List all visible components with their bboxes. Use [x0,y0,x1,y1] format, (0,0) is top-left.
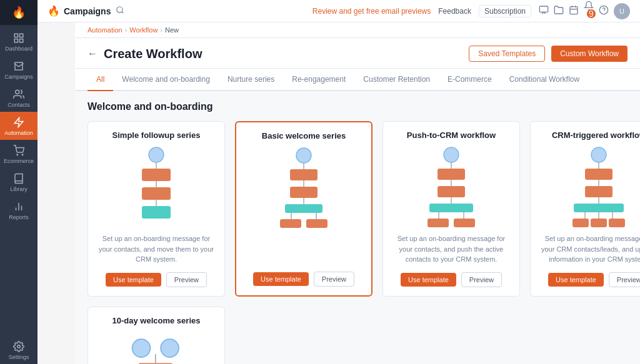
svg-rect-43 [438,186,465,197]
tabs-bar: All Welcome and on-boarding Nurture seri… [75,69,640,91]
svg-rect-41 [438,169,465,180]
topbar-icons: 9 U [539,1,630,21]
tab-retention[interactable]: Customer Retention [354,69,439,91]
breadcrumb-sep2: › [160,26,162,34]
help-icon[interactable] [599,5,609,17]
page-header-left: ← Create Workflow [88,47,202,61]
cards-row-2: 10-day welcome series [88,307,628,365]
bell-icon[interactable]: 9 [584,1,594,21]
mail-nav-icon[interactable] [539,5,549,17]
tab-nurture[interactable]: Nurture series [219,69,283,91]
card-10day-welcome[interactable]: 10-day welcome series [88,307,225,365]
tab-ecommerce[interactable]: E-Commerce [439,69,501,91]
calendar-icon[interactable] [569,5,579,17]
sidebar-item-dashboard[interactable]: Dashboard [0,27,38,56]
preview-button[interactable]: Preview [609,272,640,287]
card-crm-triggered[interactable]: CRM-triggered workflow [530,121,640,297]
card-push-to-crm[interactable]: Push-to-CRM workflow [382,121,520,297]
folder-icon[interactable] [554,5,564,17]
breadcrumb-workflow[interactable]: Workflow [129,26,158,34]
preview-button[interactable]: Preview [166,272,207,287]
mail-icon [13,61,24,72]
use-template-button[interactable]: Use template [106,273,161,287]
sidebar-item-campaigns[interactable]: Campaigns [0,56,38,84]
subscription-btn[interactable]: Subscription [479,5,531,17]
card-title: CRM-triggered workflow [552,130,640,140]
tab-welcome[interactable]: Welcome and on-boarding [113,69,219,91]
tab-reengagement[interactable]: Re-engagement [283,69,354,91]
grid-icon [13,32,24,44]
section-title: Welcome and on-boarding [88,101,628,112]
use-template-button[interactable]: Use template [401,273,456,287]
back-button[interactable]: ← [88,48,98,59]
sidebar-bottom: Settings [0,336,38,364]
card-desc: Set up an on-boarding message for your c… [392,234,511,265]
book-icon [13,173,24,184]
sidebar-item-contacts[interactable]: Contacts [0,84,38,112]
svg-rect-52 [585,169,612,180]
sidebar-item-label: Settings [9,354,29,360]
card-diagram [97,146,216,227]
feedback-btn[interactable]: Feedback [438,7,471,16]
review-link[interactable]: Review and get free email previews [312,7,431,16]
sidebar-item-ecommerce[interactable]: Ecommerce [0,140,38,168]
barchart-icon [13,201,24,212]
avatar[interactable]: U [614,3,630,19]
svg-point-4 [16,90,19,94]
use-template-button[interactable]: Use template [548,273,604,287]
custom-workflow-button[interactable]: Custom Workflow [551,46,628,62]
svg-marker-5 [14,118,23,127]
svg-point-64 [161,339,179,357]
sidebar-item-settings[interactable]: Settings [0,336,38,364]
svg-point-6 [17,154,18,155]
main-content: Automation › Workflow › New ← Create Wor… [75,22,640,364]
preview-button[interactable]: Preview [461,272,502,287]
brand-name: Campaigns [64,6,111,16]
sidebar-item-reports[interactable]: Reports [0,196,38,224]
svg-rect-45 [429,204,473,212]
svg-rect-38 [306,219,328,228]
tab-all[interactable]: All [88,69,113,91]
card-actions: Use template Preview [106,272,207,287]
svg-line-13 [122,12,124,14]
search-button[interactable] [116,6,124,16]
card-desc: Set up an on-boarding message for your c… [97,234,216,265]
card-title: Simple followup series [112,130,201,140]
preview-button[interactable]: Preview [314,272,354,287]
use-template-button[interactable]: Use template [253,272,309,286]
topbar: 🔥 Campaigns Review and get free email pr… [38,0,640,22]
svg-rect-54 [585,186,612,197]
search-icon [116,6,124,14]
card-simple-followup[interactable]: Simple followup series Set up an on-boar… [88,121,225,297]
svg-rect-32 [290,187,318,198]
sidebar-item-library[interactable]: Library [0,168,38,196]
svg-point-50 [591,147,606,162]
saved-templates-button[interactable]: Saved Templates [469,46,545,62]
sidebar-item-label: Ecommerce [4,158,34,164]
svg-point-11 [18,345,21,348]
card-title: 10-day welcome series [112,316,201,325]
svg-point-39 [444,147,459,162]
notification-badge: 9 [587,9,596,18]
content-area: Welcome and on-boarding Simple followup … [75,91,640,364]
card-title: Basic welcome series [262,131,346,140]
breadcrumb-automation[interactable]: Automation [88,26,122,34]
card-basic-welcome[interactable]: Basic welcome series [235,121,372,297]
breadcrumb-new: New [165,26,179,34]
sidebar-item-label: Dashboard [5,46,32,52]
svg-point-7 [22,154,23,155]
svg-rect-23 [142,169,171,181]
sidebar-item-label: Contacts [8,102,30,108]
card-diagram [245,147,362,228]
tab-conditional[interactable]: Conditional Workflow [501,69,589,91]
topbar-right: Review and get free email previews Feedb… [312,1,630,21]
card-actions: Use template Preview [253,272,354,287]
card-diagram [97,332,216,365]
svg-rect-25 [142,187,171,200]
svg-rect-34 [285,204,322,213]
card-actions: Use template Preview [548,272,640,287]
svg-point-63 [132,339,151,357]
card-diagram [392,146,511,227]
sidebar-item-automation[interactable]: Automation [0,112,38,140]
card-desc: Set up an on-boarding message for your C… [539,234,640,265]
